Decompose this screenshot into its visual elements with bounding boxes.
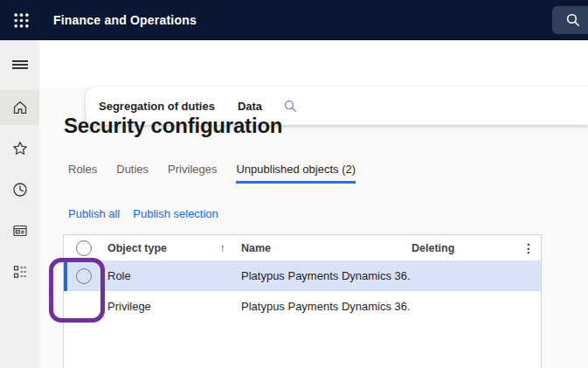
action-links: Publish all Publish selection <box>68 207 218 220</box>
table-row-privilege[interactable]: Privilege Platypus Payments Dynamics 36.… <box>64 291 541 322</box>
unpublished-objects-grid: Object type ↑ Name Deleting ⋮ Role Platy… <box>63 234 542 368</box>
sidebar-item-favorites[interactable] <box>0 131 39 166</box>
sidebar-item-home[interactable] <box>0 90 39 125</box>
search-icon <box>565 12 581 28</box>
app-window: Finance and Operations <box>0 0 588 368</box>
global-search-button[interactable] <box>552 6 588 34</box>
tab-duties[interactable]: Duties <box>116 163 149 184</box>
grid-options-ellipsis-icon[interactable]: ⋮ <box>516 241 541 255</box>
workspaces-icon <box>11 222 29 240</box>
nav-search-icon[interactable] <box>283 99 298 114</box>
clock-icon <box>11 181 29 198</box>
column-header-object-type[interactable]: Object type ↑ <box>104 241 241 254</box>
sidebar-item-recent[interactable] <box>0 172 39 207</box>
select-all-checkbox[interactable] <box>76 240 92 256</box>
page-title: Security configuration <box>64 114 282 138</box>
sort-ascending-icon: ↑ <box>220 241 226 254</box>
sidebar-item-modules[interactable] <box>0 254 39 289</box>
nav-item-data[interactable]: Data <box>238 100 262 113</box>
tab-strip: Roles Duties Privileges Unpublished obje… <box>68 163 356 184</box>
nav-item-segregation-of-duties[interactable]: Segregation of duties <box>99 100 215 113</box>
tab-privileges[interactable]: Privileges <box>168 163 217 184</box>
tab-unpublished-objects[interactable]: Unpublished objects (2) <box>236 163 356 184</box>
tab-roles[interactable]: Roles <box>68 163 97 184</box>
object-type-value: Privilege <box>107 300 151 313</box>
app-title: Finance and Operations <box>53 13 197 27</box>
publish-selection-link[interactable]: Publish selection <box>133 207 218 220</box>
modules-list-icon <box>11 263 29 281</box>
app-launcher-waffle-icon[interactable] <box>11 10 31 30</box>
column-header-name[interactable]: Name <box>241 242 412 254</box>
grid-header-row: Object type ↑ Name Deleting ⋮ <box>64 235 541 260</box>
home-icon <box>11 99 29 116</box>
object-type-value: Role <box>107 269 131 282</box>
row-select-cell <box>64 268 104 284</box>
nav-strip: Segregation of duties Data <box>39 40 588 87</box>
column-header-deleting[interactable]: Deleting <box>412 242 516 254</box>
select-all-cell <box>64 240 104 256</box>
star-icon <box>11 140 29 157</box>
sidebar-item-workspaces[interactable] <box>0 213 39 248</box>
sidebar-hamburger-menu-icon[interactable] <box>0 47 39 82</box>
sidebar <box>0 40 39 368</box>
publish-all-link[interactable]: Publish all <box>68 207 120 220</box>
table-row-role[interactable]: Role Platypus Payments Dynamics 36... <box>64 260 541 291</box>
name-value: Platypus Payments Dynamics 36... <box>241 269 412 282</box>
name-value: Platypus Payments Dynamics 36... <box>241 300 412 313</box>
app-header: Finance and Operations <box>0 0 588 40</box>
row-select-checkbox[interactable] <box>76 268 92 284</box>
